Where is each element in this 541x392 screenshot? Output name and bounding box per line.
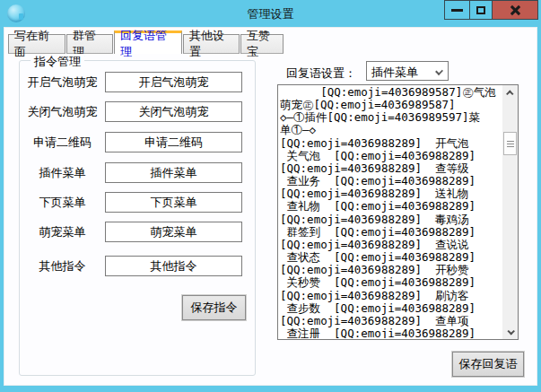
scroll-down-button[interactable] [502,324,518,339]
tab-group-management[interactable]: 群管理 [66,34,113,54]
titlebar: 管理设置 [0,0,541,27]
label-other-commands: 其他指令 [20,256,105,276]
minimize-icon [451,9,463,12]
input-pet-menu[interactable] [105,222,242,242]
tab-huzanbao[interactable]: 互赞宝 [240,34,284,54]
close-button[interactable] [492,0,538,20]
dialog-content: 写在前面 群管理 回复语管理 其他设置 互赞宝 指令管理 开启气泡萌宠 关闭气泡… [4,27,537,386]
reply-settings-label: 回复语设置： [286,65,356,82]
label-next-page-menu: 下页菜单 [20,192,105,213]
input-other-commands[interactable] [105,256,242,276]
reply-textarea[interactable]: [QQ:emoji=4036989587]㊣气泡 萌宠㊣[QQ:emoji=40… [277,84,519,340]
label-open-bubble-pet: 开启气泡萌宠 [20,72,105,92]
maximize-button[interactable] [469,0,493,20]
label-apply-qrcode: 申请二维码 [20,132,105,152]
label-close-bubble-pet: 关闭气泡萌宠 [20,101,105,122]
chevron-down-icon [507,327,514,335]
input-plugin-menu[interactable] [105,162,242,183]
scrollbar-thumb[interactable] [503,132,517,155]
input-open-bubble-pet[interactable] [105,72,242,92]
tab-label: 其他设置 [189,28,233,60]
chevron-up-icon [506,90,513,97]
reply-type-dropdown[interactable]: 插件菜单 [366,61,449,81]
vertical-scrollbar[interactable] [502,85,518,339]
minimize-button[interactable] [444,0,470,20]
dropdown-selected-value: 插件菜单 [371,65,418,81]
input-apply-qrcode[interactable] [105,132,242,152]
maximize-icon [476,6,485,14]
input-next-page-menu[interactable] [105,192,242,213]
label-plugin-menu: 插件菜单 [20,162,105,183]
groupbox-title: 指令管理 [31,54,84,70]
close-icon [510,4,521,16]
save-reply-button[interactable]: 保存回复语 [452,352,524,377]
tab-reply-management[interactable]: 回复语管理 [114,30,182,54]
reply-text-content: [QQ:emoji=4036989587]㊣气泡 萌宠㊣[QQ:emoji=40… [280,86,502,338]
chevron-down-icon [435,67,443,75]
input-close-bubble-pet[interactable] [105,101,242,122]
management-settings-window: 管理设置 写在前面 群管理 回复语管理 其他设置 互赞宝 指令管理 开启气泡萌宠… [0,0,541,392]
scroll-up-button[interactable] [502,85,518,100]
tab-written-upfront[interactable]: 写在前面 [8,34,65,54]
tab-label: 回复语管理 [120,28,176,60]
command-management-groupbox: 指令管理 开启气泡萌宠 关闭气泡萌宠 申请二维码 插件菜单 下页菜单 萌宠菜单 … [19,60,256,376]
scrollbar-grip-icon [507,141,514,147]
save-commands-button[interactable]: 保存指令 [182,295,246,320]
tab-other-settings[interactable]: 其他设置 [183,34,240,54]
label-pet-menu: 萌宠菜单 [20,222,105,242]
tab-label: 互赞宝 [247,28,277,60]
